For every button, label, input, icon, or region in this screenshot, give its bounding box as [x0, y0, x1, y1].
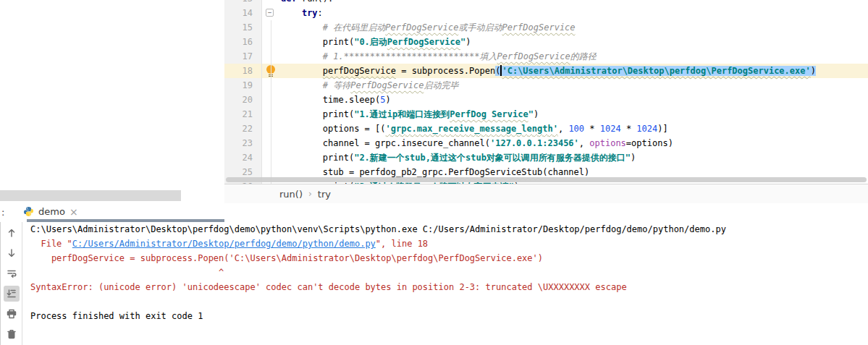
line-number: 24: [224, 150, 262, 165]
file-hyperlink[interactable]: C:/Users/Administrator/Desktop/perfdog/d…: [72, 239, 376, 249]
code-text: channel = grpc.insecure_channel('127.0.0…: [281, 136, 868, 150]
scroll-down-button[interactable]: [4, 245, 20, 261]
line-number: 18: [224, 64, 262, 78]
console-line: perfDogService = subprocess.Popen('C:\Us…: [30, 251, 868, 265]
gutter-strip: [262, 136, 281, 150]
code-text: # 1.**************************填入PerfDogS…: [281, 49, 868, 64]
console-toolbar: [0, 222, 22, 345]
console-line: C:\Users\Administrator\Desktop\perfdog\d…: [30, 222, 868, 237]
printer-icon: [6, 308, 17, 320]
python-icon: [23, 206, 34, 217]
line-number: 16: [224, 35, 262, 49]
code-line[interactable]: 15 # 在代码里启动PerfDogService或手动启动PerfDogSer…: [224, 20, 868, 35]
code-text: # 等待PerfDogService启动完毕: [281, 78, 868, 93]
breadcrumb-item[interactable]: run(): [279, 189, 303, 200]
soft-wrap-button[interactable]: [4, 265, 20, 281]
gutter-strip: [262, 35, 281, 49]
code-line[interactable]: 17 # 1.**************************填入PerfD…: [224, 49, 868, 64]
code-line[interactable]: 14− try:: [224, 6, 868, 20]
code-line[interactable]: 24 print("2.新建一个stub,通过这个stub对象可以调用所有服务器…: [224, 150, 868, 165]
editor-lines: 13def run():14− try:15 # 在代码里启动PerfDogSe…: [224, 0, 868, 184]
code-text: try:: [281, 6, 868, 20]
gutter-strip: [262, 64, 281, 78]
console-line: Process finished with exit code 1: [30, 309, 868, 323]
line-number: 23: [224, 136, 262, 150]
horizontal-scrollbar[interactable]: [226, 177, 867, 182]
line-number: 19: [224, 78, 262, 93]
breadcrumb-separator-icon: ›: [308, 189, 312, 199]
line-number: 13: [224, 0, 262, 6]
code-editor[interactable]: 13def run():14− try:15 # 在代码里启动PerfDogSe…: [224, 0, 868, 184]
code-text: time.sleep(5): [281, 93, 868, 107]
gutter-strip: [262, 93, 281, 107]
code-line[interactable]: 22 options = [('grpc.max_receive_message…: [224, 122, 868, 136]
gutter-strip: [262, 107, 281, 122]
code-line[interactable]: 23 channel = grpc.insecure_channel('127.…: [224, 136, 868, 150]
arrow-down-icon: [6, 247, 17, 259]
breadcrumb: run()›try: [224, 184, 868, 203]
code-text: # 在代码里启动PerfDogService或手动启动PerfDogServic…: [281, 20, 868, 35]
fold-icon[interactable]: −: [266, 9, 274, 17]
code-text: def run():: [281, 0, 868, 6]
scroll-to-end-icon: [6, 288, 17, 299]
gutter-strip: [262, 0, 281, 6]
gutter-strip: [262, 122, 281, 136]
gutter-strip: [262, 150, 281, 165]
code-text: perfDogService = subprocess.Popen('C:\Us…: [281, 64, 868, 78]
soft-wrap-icon: [6, 268, 17, 279]
line-number: 21: [224, 107, 262, 122]
scroll-up-button[interactable]: [4, 225, 20, 241]
console-line: ^: [30, 265, 868, 280]
console-line: SyntaxError: (unicode error) 'unicodeesc…: [30, 280, 868, 294]
print-button[interactable]: [4, 306, 20, 322]
line-number: 22: [224, 122, 262, 136]
clear-console-button[interactable]: [4, 326, 20, 342]
line-number: 15: [224, 20, 262, 35]
line-number: 17: [224, 49, 262, 64]
line-number: 20: [224, 93, 262, 107]
fold-guide-line: [271, 20, 271, 184]
gutter-strip: [262, 49, 281, 64]
code-line[interactable]: 16 print("0.启动PerfDogService"): [224, 35, 868, 49]
line-number: 14: [224, 6, 262, 20]
code-line[interactable]: 19 # 等待PerfDogService启动完毕: [224, 78, 868, 93]
code-line[interactable]: 13def run():: [224, 0, 868, 6]
code-text: print("2.新建一个stub,通过这个stub对象可以调用所有服务器提供的…: [281, 150, 868, 165]
code-line[interactable]: 21 print("1.通过ip和端口连接到PerfDog Service"): [224, 107, 868, 122]
gutter-strip: −: [262, 6, 281, 20]
console-tab-demo[interactable]: demo ×: [20, 203, 81, 220]
close-icon[interactable]: ×: [69, 207, 78, 217]
toolwindow-label-partial: :: [1, 207, 4, 218]
code-text: print("0.启动PerfDogService"): [281, 35, 868, 49]
gutter-strip: [262, 20, 281, 35]
breadcrumb-item[interactable]: try: [318, 189, 331, 200]
console-output[interactable]: C:\Users\Administrator\Desktop\perfdog\d…: [30, 222, 868, 345]
console-line: File "C:/Users/Administrator/Desktop/per…: [30, 237, 868, 251]
code-text: print("1.通过ip和端口连接到PerfDog Service"): [281, 107, 868, 122]
tab-label: demo: [38, 206, 65, 217]
gutter-strip: [262, 78, 281, 93]
window-artifact-band: [0, 190, 181, 201]
code-line[interactable]: 20 time.sleep(5): [224, 93, 868, 107]
console-line: [30, 294, 868, 309]
scroll-to-end-button[interactable]: [4, 286, 20, 302]
code-text: options = [('grpc.max_receive_message_le…: [281, 122, 868, 136]
code-line[interactable]: 18 perfDogService = subprocess.Popen('C:…: [224, 64, 868, 78]
arrow-up-icon: [6, 227, 17, 239]
trash-icon: [6, 328, 17, 340]
